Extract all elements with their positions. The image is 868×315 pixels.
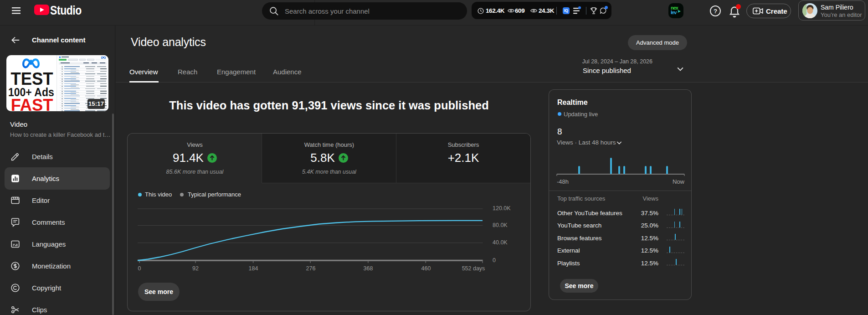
svg-text:?: ?	[714, 8, 717, 15]
